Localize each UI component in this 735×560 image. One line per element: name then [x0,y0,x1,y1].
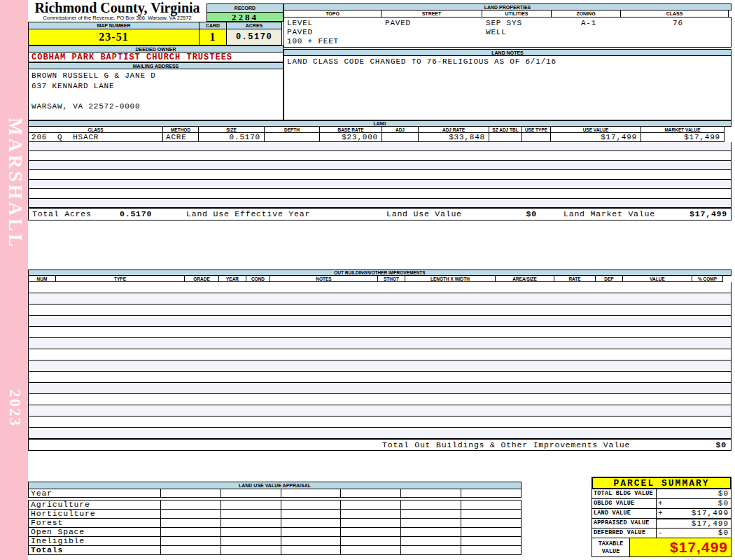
col-header-sthgt: STHGT [377,275,405,282]
appraisal-cell [340,518,401,528]
outbuildings-totals-row: Total Out Buildings & Other Improvements… [28,439,732,451]
appraisal-row-label: Totals [28,545,161,555]
land-use-value-label: Land Use Value [386,209,462,220]
appraisal-cell [400,527,461,537]
cell-market-value: $17,499 [640,132,724,142]
appraisal-cell [281,489,342,498]
appraisal-cell [461,489,522,498]
mailing-address-block: BROWN RUSSELL G & JANE D 637 KENNARD LAN… [28,69,284,120]
acres-value: 0.5170 [226,29,282,46]
empty-row [29,293,731,304]
empty-row [29,161,731,170]
appraisal-row-label: Horticulture [28,509,161,519]
appraisal-cell [461,536,522,546]
land-properties-table: LAND PROPERTIES TOPO STREET UTILITIES ZO… [284,4,732,48]
appraisal-row: Horticulture [28,509,522,519]
land-market-value-amount: $17,499 [690,209,727,220]
appraisal-cell [400,489,461,498]
cell-base-rate: $23,000 [319,132,382,142]
parcel-summary-title: PARCEL SUMMARY [592,477,732,489]
empty-row [29,304,731,316]
appraisal-row-label: Year [28,489,161,498]
summary-row-label: APPRAISED VALUE [592,518,657,528]
record-value: 2284 [206,12,284,22]
appraisal-row-label: Open Space [28,527,161,537]
summary-row-value: $0 [665,489,731,498]
empty-row [29,170,731,179]
appraisal-cell [160,489,221,498]
appraisal-cell [400,536,461,546]
empty-row [29,360,731,372]
cell-use-type [522,132,551,142]
appraisal-cell [220,489,281,498]
appraisal-row: Ineligible [28,536,522,546]
empty-row [29,316,731,327]
parcel-summary: PARCEL SUMMARY TOTAL BLDG VALUE $0 OBLDG… [592,477,732,557]
summary-row-sign [657,489,665,498]
col-header-year: YEAR [218,275,246,282]
card-value: 1 [199,29,227,46]
utilities-value: WELL [486,28,507,36]
appraisal-cell [461,527,522,537]
empty-row [29,383,731,394]
summary-row-label: LAND VALUE [592,508,657,519]
land-use-appraisal-table: LAND USE VALUE APPRAISAL YearAgriculture… [28,482,522,555]
effective-year-label: Land Use Effective Year [186,209,310,220]
land-totals-row: Total Acres 0.5170 Land Use Effective Ye… [28,208,732,220]
appraisal-cell [160,536,221,546]
sidebar-strip [0,0,28,560]
card-cell: CARD 1 [199,22,227,46]
summary-row-value: $17,499 [665,509,731,518]
col-header-type: TYPE [55,275,185,282]
col-header-dep: DEP [595,275,623,282]
empty-row [29,327,731,338]
map-number-cell: MAP NUMBER 23-51 [28,22,200,46]
appraisal-cell [281,500,342,510]
empty-row [29,372,731,383]
appraisal-row: Totals [28,545,522,555]
appraisal-row-label: Forest [28,518,161,528]
commissioner-line: Commissioner of the Revenue, PO Box 366,… [28,15,206,21]
empty-row [29,142,731,151]
summary-row-label: DEFERRED VALUE [592,528,657,538]
appraisal-row-label: Ineligible [28,536,161,546]
land-notes-section: LAND NOTES LAND CLASS CODE CHANGED TO 76… [284,49,732,120]
empty-row [29,349,731,360]
owner-section: DEEDED OWNER COBHAM PARK BAPTIST CHURCH … [28,46,284,120]
empty-row [29,180,731,189]
summary-row-sign: - [657,528,665,538]
taxable-value-label: TAXABLE VALUE [592,538,630,557]
outbuildings-total-label: Total Out Buildings & Other Improvements… [382,440,630,451]
topo-value: PAVED [287,28,313,36]
appraisal-cell [461,518,522,528]
summary-row-value: $0 [665,499,731,508]
cell-sz-adj-tbl [489,132,522,142]
appraisal-row: Open Space [28,527,522,537]
cell-class: 206 Q HSACR [28,132,163,142]
outbuildings-total-value: $0 [716,440,727,451]
summary-row-sign: + [657,499,665,508]
summary-row: APPRAISED VALUE $17,499 [592,518,732,528]
record-box: RECORD 2284 [206,4,284,22]
appraisal-cell [281,536,342,546]
appraisal-cell [220,518,281,528]
address-line: 637 KENNARD LANE [31,83,114,90]
summary-row: DEFERRED VALUE -$0 [592,528,732,538]
sidebar-year-vertical: 2023 [6,389,24,427]
appraisal-cell [160,500,221,510]
empty-row [29,394,731,405]
empty-row [29,199,731,208]
acres-cell: ACRES 0.5170 [226,22,282,46]
appraisal-row-label: Agriculture [28,500,161,510]
appraisal-cell [160,518,221,528]
cell-adj [382,132,419,142]
cell-method: ACRE [162,132,199,142]
appraisal-cell [340,500,401,510]
empty-row [29,151,731,160]
col-header-length-width: LENGTH X WIDTH [405,275,496,282]
appraisal-cell [220,536,281,546]
summary-row-label: TOTAL BLDG VALUE [592,489,657,499]
cell-size: 0.5170 [198,132,265,142]
land-table: LAND CLASS METHOD SIZE DEPTH BASE RATE A… [28,120,732,220]
empty-row [29,338,731,349]
